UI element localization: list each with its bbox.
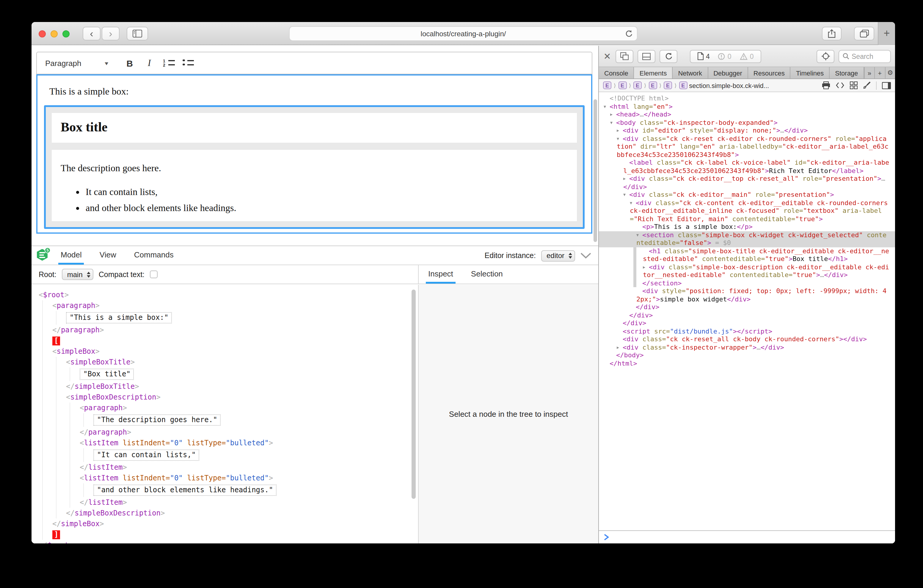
simple-box-title-area[interactable]: Box title xyxy=(52,113,577,143)
dom-node[interactable]: ▸<div class="ck-inspector-wrapper">…</di… xyxy=(599,343,895,351)
forward-button[interactable]: › xyxy=(102,27,120,40)
box-description-list[interactable]: It can contain lists,and other block ele… xyxy=(61,187,568,214)
disclosure-triangle-icon[interactable]: ▸ xyxy=(610,110,616,118)
zoom-window-button[interactable] xyxy=(62,30,70,38)
bulleted-list-button[interactable] xyxy=(182,59,194,67)
model-element-open-tag[interactable]: <paragraph> xyxy=(80,402,418,413)
element-badge[interactable]: E xyxy=(633,81,642,89)
box-description-paragraph[interactable]: The description goes here. xyxy=(61,163,568,174)
devtools-tab-storage[interactable]: Storage xyxy=(829,67,864,79)
bold-button[interactable]: B xyxy=(123,58,137,68)
element-badge[interactable]: E xyxy=(603,81,611,89)
disclosure-triangle-icon[interactable]: ▸ xyxy=(617,126,622,135)
italic-button[interactable]: I xyxy=(143,57,156,68)
dom-node[interactable]: <h1 class="simple-box-title ck-editor__e… xyxy=(599,247,895,263)
model-element-close-tag[interactable]: </paragraph> xyxy=(53,325,418,335)
share-button[interactable] xyxy=(822,27,841,40)
model-element-close-tag[interactable]: </simpleBoxTitle> xyxy=(66,381,418,392)
model-element-open-tag[interactable]: <listItem listIndent="0" listType="bulle… xyxy=(80,438,418,448)
dom-node[interactable]: <p>This is a simple box:</p> xyxy=(599,223,895,231)
quick-console[interactable] xyxy=(599,531,895,544)
dom-node[interactable]: </section> xyxy=(599,279,895,287)
dom-node[interactable]: ▾<div class="ck ck-reset ck-editor ck-ro… xyxy=(599,135,895,159)
model-element-open-tag[interactable]: <simpleBoxTitle> xyxy=(66,357,418,368)
element-badge[interactable]: E xyxy=(679,81,687,89)
disclosure-triangle-icon[interactable]: ▾ xyxy=(604,103,609,110)
model-element-close-tag[interactable]: </listItem> xyxy=(80,497,418,508)
side-tab-selection[interactable]: Selection xyxy=(469,265,505,284)
warning-count[interactable]: 0 xyxy=(740,53,754,60)
numbered-list-button[interactable]: 12 xyxy=(163,59,175,67)
element-picker-button[interactable] xyxy=(816,50,834,63)
disclosure-triangle-icon[interactable]: ▾ xyxy=(610,118,616,126)
dom-node[interactable]: ▸<div id="editor" style="display: none;"… xyxy=(599,126,895,135)
devtools-reload-button[interactable] xyxy=(660,50,677,63)
dom-node[interactable]: </html> xyxy=(599,360,895,368)
dom-node[interactable]: <div class="ck ck-reset_all ck-body ck-r… xyxy=(599,335,895,343)
root-select[interactable]: main xyxy=(62,269,94,280)
element-badge[interactable]: E xyxy=(649,81,657,89)
box-title-heading[interactable]: Box title xyxy=(61,120,568,135)
box-list-item[interactable]: and other block elements like headings. xyxy=(85,203,568,214)
undock-button[interactable] xyxy=(616,50,633,63)
error-count[interactable]: 0 xyxy=(718,53,731,60)
devtools-tab-elements[interactable]: Elements xyxy=(634,67,673,79)
rich-text-editor[interactable]: This is a simple box: Box title The desc… xyxy=(36,74,592,234)
model-text-node[interactable]: "and other block elements like headings.… xyxy=(94,485,276,496)
dom-node[interactable]: ▾<body class="ck-inspector-body-expanded… xyxy=(599,118,895,126)
model-element-close-tag[interactable]: </$root> xyxy=(39,540,418,544)
inspector-tab-view[interactable]: View xyxy=(97,246,119,264)
editor-instance-select[interactable]: editor xyxy=(541,250,575,261)
inspector-tab-model[interactable]: Model xyxy=(58,246,84,264)
dom-node[interactable]: ▾<div class="ck ck-editor__main" role="p… xyxy=(599,191,895,199)
dom-node[interactable]: </div> xyxy=(599,319,895,327)
disclosure-triangle-icon[interactable]: ▸ xyxy=(623,175,629,183)
code-brackets-icon[interactable] xyxy=(836,82,844,89)
model-text-node[interactable]: "This is a simple box:" xyxy=(66,312,172,324)
close-window-button[interactable] xyxy=(39,30,46,38)
dom-node-selected[interactable]: ▾<section class="simple-box ck-widget ck… xyxy=(599,231,895,247)
dom-node[interactable]: ▾<html lang="en"> xyxy=(599,103,895,110)
print-icon[interactable] xyxy=(822,81,830,89)
model-element-close-tag[interactable]: </simpleBox> xyxy=(53,519,418,529)
model-text-node[interactable]: "Box title" xyxy=(80,369,134,380)
disclosure-triangle-icon[interactable]: ▾ xyxy=(636,231,642,239)
side-tab-inspect[interactable]: Inspect xyxy=(426,265,455,284)
styles-brush-icon[interactable] xyxy=(863,81,870,89)
model-element-open-tag[interactable]: <simpleBoxDescription> xyxy=(66,392,418,402)
model-text-node[interactable]: "The description goes here." xyxy=(94,414,221,426)
model-element-open-tag[interactable]: <simpleBox> xyxy=(53,346,418,357)
devtools-search-field[interactable]: Search xyxy=(839,50,891,63)
dock-bottom-button[interactable] xyxy=(637,50,655,63)
model-element-open-tag[interactable]: <paragraph> xyxy=(53,300,418,311)
dom-node[interactable]: </div> xyxy=(599,311,895,319)
page-scrollbar-thumb[interactable] xyxy=(593,99,597,242)
collapse-inspector-icon[interactable] xyxy=(580,253,591,259)
devtools-tab-timelines[interactable]: Timelines xyxy=(791,67,829,79)
disclosure-triangle-icon[interactable]: ▾ xyxy=(617,135,622,143)
simple-box-description-area[interactable]: The description goes here. It can contai… xyxy=(52,150,577,221)
tab-overview-button[interactable] xyxy=(854,27,874,40)
back-button[interactable]: ‹ xyxy=(83,27,100,40)
model-text-node[interactable]: "It can contain lists," xyxy=(94,450,199,461)
close-devtools-button[interactable]: ✕ xyxy=(603,51,611,62)
new-tab-button[interactable]: + xyxy=(878,22,895,45)
dom-node[interactable]: <!DOCTYPE html> xyxy=(599,95,895,103)
minimize-window-button[interactable] xyxy=(51,30,57,38)
element-badge[interactable]: E xyxy=(618,81,627,89)
grid-icon[interactable] xyxy=(850,81,857,89)
devtools-tab-network[interactable]: Network xyxy=(673,67,708,79)
simple-box-widget[interactable]: Box title The description goes here. It … xyxy=(44,105,585,229)
dom-node[interactable]: ▾<div class="ck ck-content ck-editor__ed… xyxy=(599,199,895,223)
url-bar[interactable]: localhost/creating-a-plugin/ xyxy=(289,26,637,41)
devtools-tab-console[interactable]: Console xyxy=(599,67,634,79)
element-badge[interactable]: E xyxy=(664,81,672,89)
model-element-open-tag[interactable]: <$root> xyxy=(39,289,418,300)
tabs-overflow-button[interactable]: » xyxy=(864,67,874,79)
dom-node[interactable]: <div style="position: fixed; top: 0px; l… xyxy=(599,287,895,303)
box-list-item[interactable]: It can contain lists, xyxy=(85,187,568,197)
paragraph-dropdown[interactable]: Paragraph ▼ xyxy=(45,59,109,67)
toggle-details-sidebar-icon[interactable] xyxy=(882,82,891,89)
disclosure-triangle-icon[interactable]: ▾ xyxy=(623,191,629,199)
disclosure-triangle-icon[interactable]: ▾ xyxy=(630,199,636,207)
